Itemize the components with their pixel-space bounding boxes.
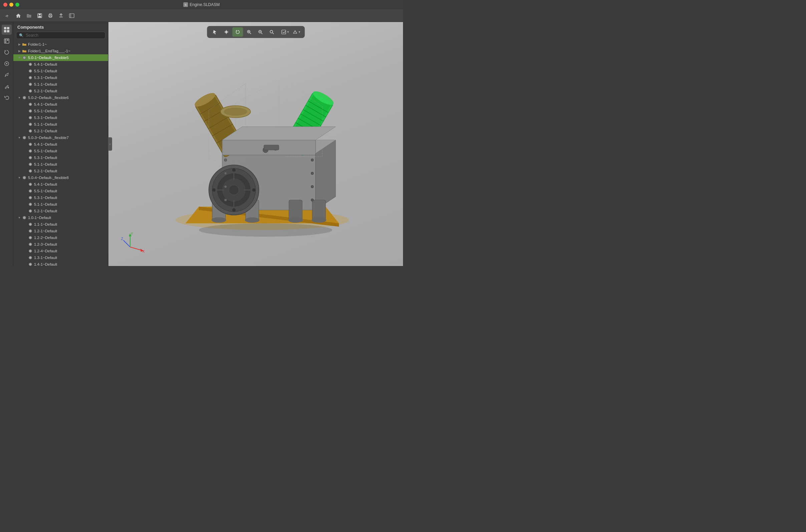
part-icon [28, 82, 33, 87]
properties-button[interactable] [2, 59, 12, 69]
export-button[interactable] [56, 11, 66, 20]
tree-item-label: 5.4-1~Default [34, 102, 57, 106]
svg-point-80 [30, 237, 31, 238]
tree-item-5.5-1b[interactable]: 5.5-1~Default [13, 108, 108, 114]
tree-item-5.4-1b[interactable]: 5.4-1~Default [13, 101, 108, 108]
tree-item-5.0-3[interactable]: ▼5.0-3~Default-_flexible7 [13, 134, 108, 141]
tree-item-5.3-1d[interactable]: 5.3-1~Default [13, 194, 108, 201]
zoom-in-area-button[interactable] [243, 27, 254, 37]
svg-rect-9 [4, 27, 6, 29]
svg-rect-12 [7, 30, 10, 32]
traffic-lights [0, 3, 19, 7]
tree-item-5.3-1b[interactable]: 5.3-1~Default [13, 114, 108, 121]
select-tool-button[interactable] [209, 27, 220, 37]
tree-container[interactable]: ▶Folder1-1~▶Folder1__EndTag___-1~▼5.0-1~… [13, 41, 108, 266]
tree-item-1.4-1[interactable]: 1.4-1~Default [13, 261, 108, 266]
tree-item-label: 1.4-1~Default [34, 262, 57, 266]
tree-item-5.3-1c[interactable]: 5.3-1~Default [13, 154, 108, 161]
panel-collapse-handle[interactable]: ‹ [108, 137, 112, 151]
tree-item-folder1[interactable]: ▶Folder1-1~ [13, 41, 108, 48]
tree-item-5.0-2[interactable]: ▼5.0-2~Default-_flexible6 [13, 94, 108, 101]
tree-item-1.2-2[interactable]: 1.2-2~Default [13, 234, 108, 241]
tree-item-5.2-1c[interactable]: 5.2-1~Default [13, 168, 108, 174]
open-button[interactable] [24, 11, 34, 20]
components-panel-button[interactable] [2, 25, 12, 35]
minimize-button[interactable] [10, 3, 13, 7]
sidebar-toggle-button[interactable] [67, 11, 77, 20]
expand-icon: ▼ [17, 176, 21, 180]
tree-item-5.1-1a[interactable]: 5.1-1~Default [13, 81, 108, 88]
part-icon [28, 75, 33, 80]
viewport[interactable]: ▼ ▼ [108, 22, 403, 266]
svg-point-108 [245, 217, 259, 223]
tree-item-folder1end[interactable]: ▶Folder1__EndTag___-1~ [13, 48, 108, 54]
tree-item-5.4-1c[interactable]: 5.4-1~Default [13, 141, 108, 148]
part-icon [22, 49, 27, 53]
svg-point-148 [232, 208, 236, 212]
svg-point-54 [30, 157, 31, 158]
svg-point-156 [311, 172, 314, 175]
zoom-out-button[interactable] [255, 27, 265, 37]
print-button[interactable] [45, 11, 55, 20]
tree-item-5.1-1d[interactable]: 5.1-1~Default [13, 201, 108, 208]
back-button[interactable]: -e [3, 11, 13, 20]
display-panel-button[interactable] [2, 36, 12, 46]
expand-icon: ▶ [17, 42, 21, 46]
tree-item-label: 5.0-3~Default-_flexible7 [28, 136, 69, 140]
zoom-fit-button[interactable] [266, 27, 277, 37]
svg-rect-14 [5, 39, 6, 41]
tree-item-label: 5.1-1~Default [34, 202, 57, 206]
window-title: S Engine.SLDASM [183, 2, 220, 7]
part-icon [28, 169, 33, 173]
tree-item-5.4-1d[interactable]: 5.4-1~Default [13, 181, 108, 188]
tree-item-5.2-1a[interactable]: 5.2-1~Default [13, 88, 108, 94]
tree-item-1.0-1[interactable]: ▼1.0-1~Default [13, 214, 108, 221]
panel-title: Components [13, 22, 108, 32]
svg-point-67 [30, 197, 31, 198]
svg-rect-111 [312, 200, 326, 220]
tree-item-1.3-1[interactable]: 1.3-1~Default [13, 254, 108, 261]
svg-point-155 [224, 172, 227, 175]
tree-item-5.1-1b[interactable]: 5.1-1~Default [13, 121, 108, 128]
tree-item-1.2-1[interactable]: 1.2-1~Default [13, 228, 108, 234]
tree-item-5.3-1a[interactable]: 5.3-1~Default [13, 74, 108, 81]
maximize-button[interactable] [15, 3, 19, 7]
rotate-panel-button[interactable] [2, 48, 12, 57]
part-icon [28, 202, 33, 207]
svg-point-28 [30, 77, 31, 78]
tree-item-5.4-1a[interactable]: 5.4-1~Default [13, 61, 108, 68]
svg-rect-10 [7, 27, 10, 29]
tree-item-5.5-1a[interactable]: 5.5-1~Default [13, 68, 108, 74]
display-style-button[interactable]: ▼ [280, 27, 291, 37]
paint-button[interactable] [2, 81, 12, 91]
tree-item-5.2-1b[interactable]: 5.2-1~Default [13, 128, 108, 134]
part-icon [28, 69, 33, 73]
tree-item-1.1-1[interactable]: 1.1-1~Default [13, 221, 108, 228]
tree-item-1.2-4[interactable]: 1.2-4~Default [13, 248, 108, 254]
tree-item-5.2-1d[interactable]: 5.2-1~Default [13, 208, 108, 214]
rotate-tool-button[interactable] [232, 27, 243, 37]
home-button[interactable] [13, 11, 23, 20]
annotation-button[interactable] [2, 70, 12, 80]
svg-point-43 [30, 124, 31, 125]
assembly-icon [22, 135, 27, 140]
tree-item-5.1-1c[interactable]: 5.1-1~Default [13, 161, 108, 168]
engine-model [169, 60, 362, 247]
svg-point-56 [30, 164, 31, 165]
search-input[interactable] [26, 33, 103, 38]
part-icon [28, 209, 33, 213]
tree-item-1.2-3[interactable]: 1.2-3~Default [13, 241, 108, 248]
save-button[interactable] [35, 11, 45, 20]
tree-item-5.0-4[interactable]: ▼5.0-4~Default-_flexible8 [13, 174, 108, 181]
view-orientation-button[interactable]: ▼ [291, 27, 302, 37]
tree-item-label: 5.3-1~Default [34, 196, 57, 200]
pan-tool-button[interactable] [221, 27, 232, 37]
close-button[interactable] [3, 3, 7, 7]
tree-item-5.5-1c[interactable]: 5.5-1~Default [13, 148, 108, 154]
tree-item-5.0-1[interactable]: ▼5.0-1~Default-_flexible5 [13, 54, 108, 61]
undo-button[interactable] [2, 93, 12, 103]
part-icon [28, 242, 33, 247]
tree-item-5.5-1d[interactable]: 5.5-1~Default [13, 188, 108, 194]
svg-text:Z: Z [121, 237, 123, 241]
svg-point-166 [199, 223, 332, 237]
